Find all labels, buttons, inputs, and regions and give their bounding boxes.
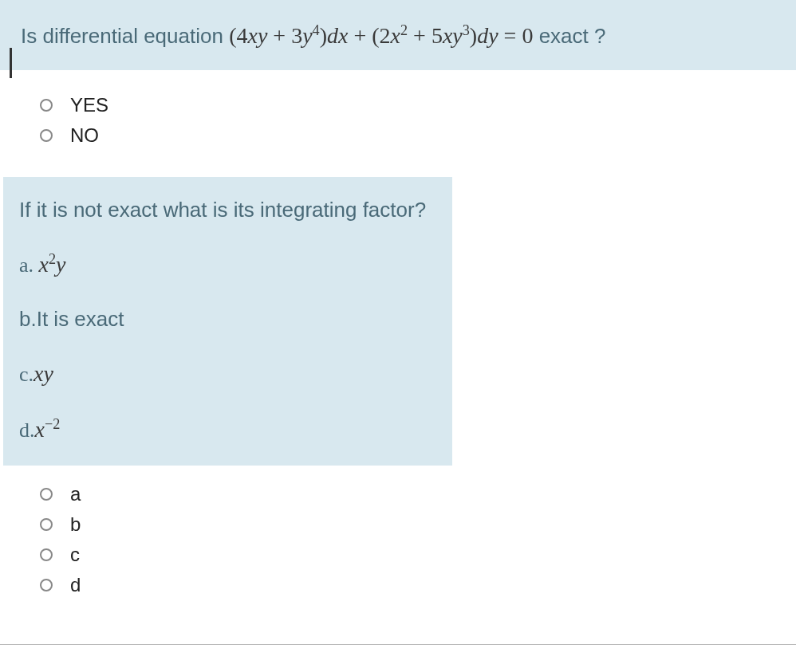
q1-option-yes[interactable]: YES [40,94,796,116]
q1-option-no[interactable]: NO [40,124,796,147]
choice-math: x2y [39,252,66,277]
q2-option-c[interactable]: c [40,544,796,566]
q1-option-label: NO [70,124,99,147]
radio-icon [40,548,53,561]
q2-choice-d: d.x−2 [19,413,436,446]
q2-option-label: d [70,574,81,596]
q2-option-b[interactable]: b [40,513,796,536]
divider [0,644,796,645]
q1-options-group: YES NO [0,70,796,177]
question-2-block: If it is not exact what is its integrati… [3,177,452,466]
q2-option-d[interactable]: d [40,574,796,596]
q2-choice-b: b.It is exact [19,304,436,335]
radio-icon [40,129,53,142]
choice-math: x−2 [35,417,61,442]
q2-option-label: c [70,544,80,566]
radio-icon [40,518,53,531]
q2-prompt: If it is not exact what is its integrati… [19,195,436,226]
q1-prefix: Is differential equation [21,24,229,48]
text-cursor [10,48,12,78]
q2-option-label: a [70,483,81,505]
radio-icon [40,579,53,591]
choice-prefix: d. [19,419,35,442]
q2-choice-c: c.xy [19,357,436,391]
radio-icon [40,99,53,112]
q2-choice-a: a. x2y [19,248,436,281]
question-1-block: Is differential equation (4xy + 3y4)dx +… [0,0,796,70]
choice-prefix: c. [19,363,33,386]
q2-option-a[interactable]: a [40,483,796,505]
choice-math: xy [33,361,53,386]
q2-options-group: a b c d [0,483,796,627]
q1-option-label: YES [70,94,108,116]
choice-prefix: a. [19,253,39,277]
radio-icon [40,488,53,501]
q2-option-label: b [70,513,81,536]
q1-suffix: exact ? [533,24,605,48]
q1-equation: (4xy + 3y4)dx + (2x2 + 5xy3)dy = 0 [229,23,533,48]
